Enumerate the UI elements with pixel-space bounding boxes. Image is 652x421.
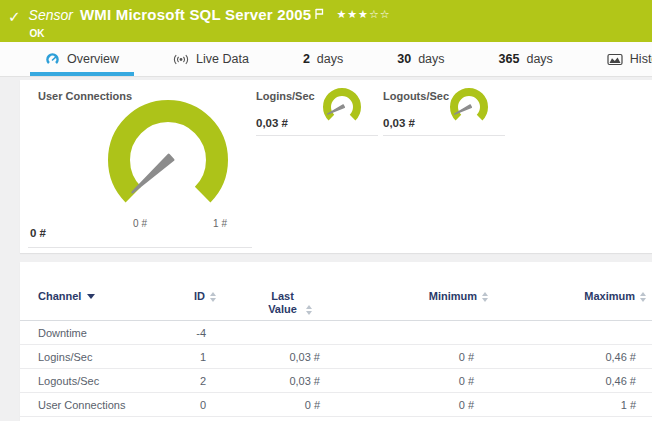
- cell-minimum: 0 #: [348, 351, 498, 363]
- tab-label: Overview: [67, 52, 119, 66]
- sensor-kind-label: Sensor: [29, 7, 73, 23]
- cell-id: 2: [170, 375, 228, 387]
- table-row-logouts-sec[interactable]: Logouts/Sec 2 0,03 # 0 # 0,46 #: [20, 369, 652, 393]
- gauge-current-value: 0,03 #: [256, 117, 288, 129]
- table-row-downtime[interactable]: Downtime -4: [20, 321, 652, 345]
- tab-label: days: [526, 52, 552, 66]
- gauge-current-value: 0 #: [30, 227, 46, 239]
- divider: [28, 247, 252, 248]
- gauge-logouts-sec: Logouts/Sec 0,03 #: [383, 80, 505, 142]
- gauge-scale-min: 0 #: [118, 218, 162, 229]
- sort-dropdown-icon: [87, 294, 95, 299]
- area-chart-icon: [607, 53, 623, 66]
- cell-id: 1: [170, 351, 228, 363]
- cell-maximum: 0,46 #: [498, 351, 652, 363]
- gauge-title: Logouts/Sec: [383, 90, 449, 102]
- gauge-current-value: 0,03 #: [383, 117, 415, 129]
- table-row-user-connections[interactable]: User Connections 0 0 # 0 # 1 #: [20, 393, 652, 417]
- column-header-maximum[interactable]: Maximum: [498, 290, 652, 303]
- sensor-header: ✓ Sensor WMI Microsoft SQL Server 2005 ★…: [0, 0, 652, 42]
- tab-30-days[interactable]: 30 days: [382, 42, 459, 76]
- tab-365-days[interactable]: 365 days: [484, 42, 568, 76]
- cell-last-value: 0,03 #: [228, 375, 348, 387]
- cell-maximum: 0,46 #: [498, 375, 652, 387]
- tab-overview[interactable]: Overview: [30, 42, 134, 76]
- tab-label-number: 2: [303, 52, 310, 66]
- priority-flag-icon[interactable]: [314, 8, 324, 20]
- gauge-icon: [45, 52, 60, 67]
- logins-gauge-dial: [320, 86, 364, 128]
- divider: [383, 135, 505, 136]
- tab-historic-data[interactable]: Historic Data: [592, 42, 652, 76]
- stars-empty: ☆☆: [369, 8, 391, 20]
- gauge-scale-max: 1 #: [198, 218, 242, 229]
- divider: [256, 135, 378, 136]
- sort-icon: [306, 305, 312, 315]
- tab-live-data[interactable]: Live Data: [158, 42, 264, 76]
- cell-last-value: 0,03 #: [228, 351, 348, 363]
- column-label: Last Value: [265, 290, 301, 316]
- table-row-logins-sec[interactable]: Logins/Sec 1 0,03 # 0 # 0,46 #: [20, 345, 652, 369]
- cell-channel: User Connections: [20, 399, 170, 411]
- cell-maximum: 1 #: [498, 399, 652, 411]
- channel-table-panel: Channel ID Last Value Minimum Maximum Do…: [20, 262, 652, 421]
- tab-label: days: [418, 52, 444, 66]
- tab-bar: Overview Live Data 2 days 30 days 365 da…: [0, 42, 652, 77]
- column-header-channel[interactable]: Channel: [20, 290, 170, 303]
- column-header-minimum[interactable]: Minimum: [348, 290, 498, 303]
- tab-2-days[interactable]: 2 days: [288, 42, 358, 76]
- live-signal-icon: [173, 53, 189, 66]
- tab-label: Live Data: [196, 52, 249, 66]
- overview-gauges-panel: User Connections 0 # 1 # 0 # Logins/Sec …: [20, 80, 652, 253]
- cell-channel: Downtime: [20, 327, 170, 339]
- gauge-title: Logins/Sec: [256, 90, 315, 102]
- column-label: Maximum: [584, 290, 635, 303]
- column-header-last-value[interactable]: Last Value: [228, 290, 348, 316]
- cell-channel: Logins/Sec: [20, 351, 170, 363]
- sensor-title: WMI Microsoft SQL Server 2005: [80, 6, 311, 23]
- sort-icon: [482, 292, 488, 302]
- cell-id: -4: [170, 327, 228, 339]
- cell-last-value: 0 #: [228, 399, 348, 411]
- tab-label-number: 365: [499, 52, 520, 66]
- gauge-user-connections: User Connections 0 # 1 # 0 #: [20, 80, 252, 253]
- priority-stars-rating[interactable]: ★★★☆☆: [336, 8, 390, 21]
- gauge-needle: [130, 155, 173, 195]
- stars-filled: ★★★: [336, 8, 369, 20]
- cell-id: 0: [170, 399, 228, 411]
- cell-minimum: 0 #: [348, 399, 498, 411]
- tab-label-number: 30: [397, 52, 411, 66]
- sensor-status-badge: OK: [30, 28, 391, 39]
- tab-label: Historic Data: [630, 52, 652, 66]
- user-connections-gauge-dial: [98, 94, 238, 218]
- sort-icon: [210, 292, 216, 302]
- column-label: Minimum: [429, 290, 477, 303]
- column-label: Channel: [38, 290, 81, 303]
- cell-minimum: 0 #: [348, 375, 498, 387]
- cell-channel: Logouts/Sec: [20, 375, 170, 387]
- gauge-logins-sec: Logins/Sec 0,03 #: [256, 80, 378, 142]
- table-header-row: Channel ID Last Value Minimum Maximum: [20, 290, 652, 321]
- sort-icon: [640, 292, 646, 302]
- sensor-header-main: Sensor WMI Microsoft SQL Server 2005 ★★★…: [29, 6, 391, 39]
- status-ok-check-icon: ✓: [8, 8, 21, 26]
- column-label: ID: [194, 290, 205, 303]
- logouts-gauge-dial: [447, 86, 491, 128]
- tab-label: days: [317, 52, 343, 66]
- column-header-id[interactable]: ID: [170, 290, 228, 303]
